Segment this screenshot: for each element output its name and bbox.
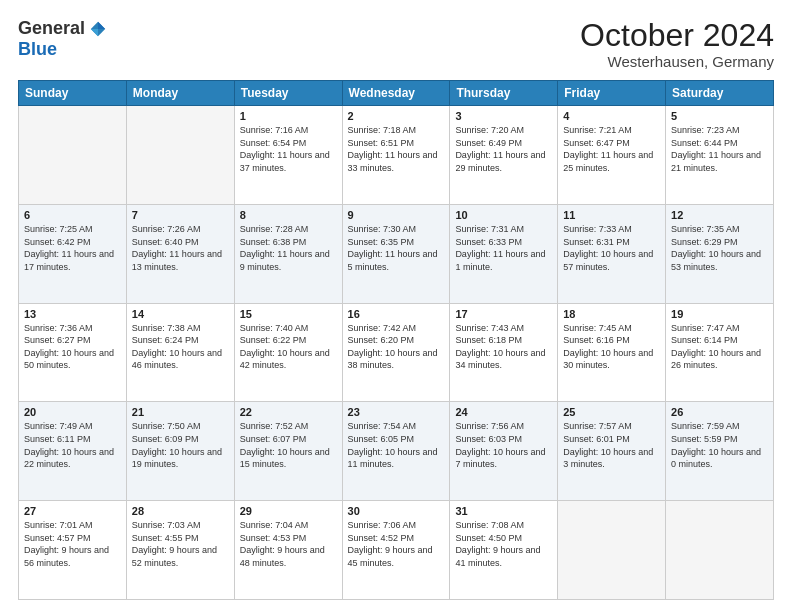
calendar-cell: 30Sunrise: 7:06 AM Sunset: 4:52 PM Dayli… [342, 501, 450, 600]
day-info: Sunrise: 7:59 AM Sunset: 5:59 PM Dayligh… [671, 420, 768, 470]
day-info: Sunrise: 7:49 AM Sunset: 6:11 PM Dayligh… [24, 420, 121, 470]
calendar-cell: 6Sunrise: 7:25 AM Sunset: 6:42 PM Daylig… [19, 204, 127, 303]
day-info: Sunrise: 7:38 AM Sunset: 6:24 PM Dayligh… [132, 322, 229, 372]
calendar-cell: 14Sunrise: 7:38 AM Sunset: 6:24 PM Dayli… [126, 303, 234, 402]
calendar-cell [19, 106, 127, 205]
logo-icon [89, 20, 107, 38]
calendar-cell: 8Sunrise: 7:28 AM Sunset: 6:38 PM Daylig… [234, 204, 342, 303]
day-info: Sunrise: 7:52 AM Sunset: 6:07 PM Dayligh… [240, 420, 337, 470]
day-number: 4 [563, 110, 660, 122]
title-block: October 2024 Westerhausen, Germany [580, 18, 774, 70]
day-info: Sunrise: 7:03 AM Sunset: 4:55 PM Dayligh… [132, 519, 229, 569]
day-number: 25 [563, 406, 660, 418]
day-number: 18 [563, 308, 660, 320]
day-number: 8 [240, 209, 337, 221]
day-number: 14 [132, 308, 229, 320]
day-header-thursday: Thursday [450, 81, 558, 106]
calendar-cell: 24Sunrise: 7:56 AM Sunset: 6:03 PM Dayli… [450, 402, 558, 501]
day-header-sunday: Sunday [19, 81, 127, 106]
day-number: 12 [671, 209, 768, 221]
day-info: Sunrise: 7:08 AM Sunset: 4:50 PM Dayligh… [455, 519, 552, 569]
day-number: 30 [348, 505, 445, 517]
calendar-header-row: SundayMondayTuesdayWednesdayThursdayFrid… [19, 81, 774, 106]
calendar-cell: 11Sunrise: 7:33 AM Sunset: 6:31 PM Dayli… [558, 204, 666, 303]
calendar-week-row: 20Sunrise: 7:49 AM Sunset: 6:11 PM Dayli… [19, 402, 774, 501]
calendar-cell: 23Sunrise: 7:54 AM Sunset: 6:05 PM Dayli… [342, 402, 450, 501]
day-number: 20 [24, 406, 121, 418]
day-number: 13 [24, 308, 121, 320]
calendar-cell [558, 501, 666, 600]
day-number: 19 [671, 308, 768, 320]
day-number: 24 [455, 406, 552, 418]
calendar-cell: 4Sunrise: 7:21 AM Sunset: 6:47 PM Daylig… [558, 106, 666, 205]
calendar-week-row: 1Sunrise: 7:16 AM Sunset: 6:54 PM Daylig… [19, 106, 774, 205]
day-number: 5 [671, 110, 768, 122]
calendar-cell: 28Sunrise: 7:03 AM Sunset: 4:55 PM Dayli… [126, 501, 234, 600]
day-info: Sunrise: 7:43 AM Sunset: 6:18 PM Dayligh… [455, 322, 552, 372]
calendar-cell: 12Sunrise: 7:35 AM Sunset: 6:29 PM Dayli… [666, 204, 774, 303]
day-info: Sunrise: 7:35 AM Sunset: 6:29 PM Dayligh… [671, 223, 768, 273]
day-info: Sunrise: 7:40 AM Sunset: 6:22 PM Dayligh… [240, 322, 337, 372]
day-number: 10 [455, 209, 552, 221]
calendar-table: SundayMondayTuesdayWednesdayThursdayFrid… [18, 80, 774, 600]
day-number: 3 [455, 110, 552, 122]
subtitle: Westerhausen, Germany [580, 53, 774, 70]
day-info: Sunrise: 7:23 AM Sunset: 6:44 PM Dayligh… [671, 124, 768, 174]
svg-marker-2 [91, 29, 98, 36]
calendar-cell: 17Sunrise: 7:43 AM Sunset: 6:18 PM Dayli… [450, 303, 558, 402]
calendar-cell [126, 106, 234, 205]
day-number: 23 [348, 406, 445, 418]
day-info: Sunrise: 7:26 AM Sunset: 6:40 PM Dayligh… [132, 223, 229, 273]
calendar-cell: 26Sunrise: 7:59 AM Sunset: 5:59 PM Dayli… [666, 402, 774, 501]
calendar-cell: 7Sunrise: 7:26 AM Sunset: 6:40 PM Daylig… [126, 204, 234, 303]
day-info: Sunrise: 7:56 AM Sunset: 6:03 PM Dayligh… [455, 420, 552, 470]
day-info: Sunrise: 7:36 AM Sunset: 6:27 PM Dayligh… [24, 322, 121, 372]
day-number: 9 [348, 209, 445, 221]
calendar-week-row: 27Sunrise: 7:01 AM Sunset: 4:57 PM Dayli… [19, 501, 774, 600]
day-info: Sunrise: 7:54 AM Sunset: 6:05 PM Dayligh… [348, 420, 445, 470]
day-number: 21 [132, 406, 229, 418]
header: General Blue October 2024 Westerhausen, … [18, 18, 774, 70]
calendar-cell: 16Sunrise: 7:42 AM Sunset: 6:20 PM Dayli… [342, 303, 450, 402]
day-header-monday: Monday [126, 81, 234, 106]
day-number: 27 [24, 505, 121, 517]
calendar-cell: 22Sunrise: 7:52 AM Sunset: 6:07 PM Dayli… [234, 402, 342, 501]
day-info: Sunrise: 7:33 AM Sunset: 6:31 PM Dayligh… [563, 223, 660, 273]
day-number: 22 [240, 406, 337, 418]
day-info: Sunrise: 7:28 AM Sunset: 6:38 PM Dayligh… [240, 223, 337, 273]
day-info: Sunrise: 7:21 AM Sunset: 6:47 PM Dayligh… [563, 124, 660, 174]
calendar-cell [666, 501, 774, 600]
day-info: Sunrise: 7:31 AM Sunset: 6:33 PM Dayligh… [455, 223, 552, 273]
day-info: Sunrise: 7:30 AM Sunset: 6:35 PM Dayligh… [348, 223, 445, 273]
calendar-cell: 5Sunrise: 7:23 AM Sunset: 6:44 PM Daylig… [666, 106, 774, 205]
calendar-cell: 29Sunrise: 7:04 AM Sunset: 4:53 PM Dayli… [234, 501, 342, 600]
day-info: Sunrise: 7:47 AM Sunset: 6:14 PM Dayligh… [671, 322, 768, 372]
day-number: 6 [24, 209, 121, 221]
day-info: Sunrise: 7:57 AM Sunset: 6:01 PM Dayligh… [563, 420, 660, 470]
day-number: 16 [348, 308, 445, 320]
calendar-cell: 1Sunrise: 7:16 AM Sunset: 6:54 PM Daylig… [234, 106, 342, 205]
page: General Blue October 2024 Westerhausen, … [0, 0, 792, 612]
day-number: 1 [240, 110, 337, 122]
day-number: 15 [240, 308, 337, 320]
day-info: Sunrise: 7:16 AM Sunset: 6:54 PM Dayligh… [240, 124, 337, 174]
day-number: 28 [132, 505, 229, 517]
main-title: October 2024 [580, 18, 774, 53]
calendar-cell: 25Sunrise: 7:57 AM Sunset: 6:01 PM Dayli… [558, 402, 666, 501]
day-number: 29 [240, 505, 337, 517]
day-number: 7 [132, 209, 229, 221]
calendar-cell: 31Sunrise: 7:08 AM Sunset: 4:50 PM Dayli… [450, 501, 558, 600]
day-info: Sunrise: 7:18 AM Sunset: 6:51 PM Dayligh… [348, 124, 445, 174]
day-number: 26 [671, 406, 768, 418]
day-number: 2 [348, 110, 445, 122]
calendar-cell: 18Sunrise: 7:45 AM Sunset: 6:16 PM Dayli… [558, 303, 666, 402]
logo-blue: Blue [18, 39, 57, 60]
svg-marker-1 [98, 21, 105, 28]
calendar-cell: 2Sunrise: 7:18 AM Sunset: 6:51 PM Daylig… [342, 106, 450, 205]
day-number: 31 [455, 505, 552, 517]
day-header-saturday: Saturday [666, 81, 774, 106]
day-header-friday: Friday [558, 81, 666, 106]
day-number: 17 [455, 308, 552, 320]
calendar-cell: 10Sunrise: 7:31 AM Sunset: 6:33 PM Dayli… [450, 204, 558, 303]
day-info: Sunrise: 7:42 AM Sunset: 6:20 PM Dayligh… [348, 322, 445, 372]
